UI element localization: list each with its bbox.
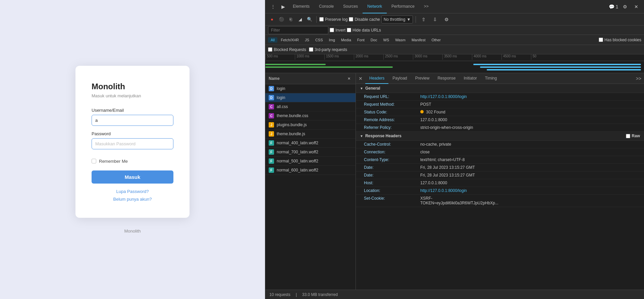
password-label: Password — [92, 131, 173, 136]
js-icon: J — [269, 131, 274, 137]
close-details-button[interactable]: ✕ — [359, 76, 363, 81]
filter-img[interactable]: Img — [326, 37, 338, 43]
file-row-theme-js[interactable]: J theme.bundle.js — [265, 130, 356, 139]
throttle-selector[interactable]: No throttling ▼ — [381, 15, 413, 23]
general-section-header[interactable]: ▼ General — [356, 84, 644, 93]
timeline-ruler: 500 ms 1000 ms 1500 ms 2000 ms 2500 ms 3… — [265, 54, 644, 61]
register-link[interactable]: Belum punya akun? — [113, 197, 152, 202]
content-type-key: Content-Type: — [364, 157, 418, 162]
file-row-font-700[interactable]: F normal_700_latin.woff2 — [265, 148, 356, 157]
font-icon: F — [269, 158, 274, 164]
chat-icon[interactable]: 💬 1 — [608, 2, 619, 12]
remember-checkbox[interactable] — [92, 159, 96, 163]
timeline-bar-3 — [473, 64, 641, 65]
tab-initiator[interactable]: Initiator — [460, 73, 481, 84]
cache-control-key: Cache-Control: — [364, 142, 418, 147]
tab-elements[interactable]: Elements — [288, 0, 314, 13]
file-row-font-600[interactable]: F normal_600_latin.woff2 — [265, 166, 356, 175]
tab-performance[interactable]: Performance — [387, 0, 419, 13]
filter-font[interactable]: Font — [355, 37, 367, 43]
tab-console[interactable]: Console — [314, 0, 338, 13]
request-url-val: http://127.0.0.1:8000/login — [420, 94, 467, 99]
filter-input[interactable] — [268, 26, 328, 34]
submit-button[interactable]: Masuk — [92, 170, 173, 184]
preserve-log-checkbox-label[interactable]: Preserve log — [319, 17, 347, 22]
hide-data-urls-checkbox-label[interactable]: Hide data URLs — [347, 28, 381, 33]
invert-checkbox[interactable] — [330, 28, 334, 32]
file-row-theme-css[interactable]: C theme.bundle.css — [265, 111, 356, 120]
export-icon[interactable]: ⇩ — [430, 14, 440, 24]
file-row-all-css[interactable]: C all.css — [265, 102, 356, 111]
tab-more[interactable]: >> — [419, 0, 433, 13]
filter-css[interactable]: CSS — [313, 37, 326, 43]
settings-icon[interactable]: ⚙ — [620, 2, 630, 12]
filter-all[interactable]: All — [268, 37, 277, 43]
file-name: normal_700_latin.woff2 — [277, 150, 318, 154]
file-row-font-400[interactable]: F normal_400_latin.woff2 — [265, 139, 356, 148]
transferred-size: 33.0 MB transferred — [302, 292, 338, 297]
login-page: Monolith Masuk untuk melanjutkan Usernam… — [0, 0, 265, 299]
blocked-requests-checkbox[interactable] — [268, 47, 272, 52]
file-row-login-1[interactable]: D login — [265, 84, 356, 93]
hide-data-urls-checkbox[interactable] — [347, 28, 351, 32]
tab-preview[interactable]: Preview — [411, 73, 434, 84]
disable-cache-checkbox-label[interactable]: Disable cache — [349, 17, 380, 22]
filter-manifest[interactable]: Manifest — [409, 37, 428, 43]
devtools-options-icon[interactable]: ⋮ — [268, 2, 278, 12]
location-key: Location: — [364, 188, 418, 193]
search-icon[interactable]: 🔍 — [306, 15, 314, 23]
filter-media[interactable]: Media — [338, 37, 354, 43]
tab-timing[interactable]: Timing — [481, 73, 501, 84]
tab-headers[interactable]: Headers — [365, 73, 388, 84]
disable-cache-label: Disable cache — [355, 17, 380, 22]
has-blocked-cookies-label[interactable]: Has blocked cookies — [599, 38, 641, 42]
tab-response[interactable]: Response — [433, 73, 460, 84]
blocked-requests-checkbox-label[interactable]: Blocked Requests — [268, 47, 306, 52]
stop-button[interactable]: ⚫ — [277, 15, 285, 23]
location-val: http://127.0.0.1:8000/login — [420, 188, 467, 193]
filter-other[interactable]: Other — [429, 37, 443, 43]
throttle-chevron-icon: ▼ — [407, 17, 411, 22]
tab-sources[interactable]: Sources — [338, 0, 363, 13]
forgot-password-link[interactable]: Lupa Password? — [116, 189, 149, 194]
raw-checkbox-label[interactable]: Raw — [626, 134, 640, 138]
devtools-inspect-icon[interactable]: ▶ — [278, 2, 288, 12]
css-icon: C — [269, 104, 274, 109]
response-headers-section-header[interactable]: ▼ Response Headers Raw — [356, 132, 644, 141]
preserve-log-checkbox[interactable] — [319, 17, 324, 21]
status-code-key: Status Code: — [364, 110, 418, 114]
file-row-font-500[interactable]: F normal_500_latin.woff2 — [265, 157, 356, 166]
record-button[interactable]: ● — [268, 15, 276, 23]
clear-button[interactable]: ⎗ — [287, 15, 295, 23]
import-icon[interactable]: ⇧ — [419, 14, 429, 24]
expand-tabs-icon[interactable]: >> — [636, 76, 641, 81]
timeline-bar-2 — [265, 66, 393, 68]
file-row-login-2[interactable]: D login — [265, 93, 356, 102]
close-details-icon[interactable]: ✕ — [345, 75, 352, 82]
username-input[interactable] — [92, 115, 173, 126]
filter-icon[interactable]: ◢ — [296, 15, 304, 23]
content-type-row: Content-Type: text/html; charset=UTF-8 — [356, 156, 644, 164]
disable-cache-checkbox[interactable] — [349, 17, 353, 21]
filter-js[interactable]: JS — [302, 37, 312, 43]
third-party-checkbox[interactable] — [309, 47, 313, 52]
tab-network[interactable]: Network — [363, 0, 387, 13]
network-timeline: 500 ms 1000 ms 1500 ms 2000 ms 2500 ms 3… — [265, 54, 644, 73]
filter-ws[interactable]: WS — [380, 37, 392, 43]
raw-checkbox[interactable] — [626, 134, 630, 138]
network-file-list: Name ✕ D login D login C all.css C theme… — [265, 73, 356, 290]
file-row-plugins-js[interactable]: J plugins.bundle.js — [265, 120, 356, 130]
preserve-log-label: Preserve log — [325, 17, 347, 22]
invert-label: Invert — [335, 28, 345, 33]
password-input[interactable] — [92, 138, 173, 149]
settings2-icon[interactable]: ⚙ — [441, 14, 451, 24]
filter-doc[interactable]: Doc — [368, 37, 380, 43]
tab-payload[interactable]: Payload — [388, 73, 411, 84]
font-icon: F — [269, 149, 274, 155]
third-party-checkbox-label[interactable]: 3rd-party requests — [309, 47, 347, 52]
filter-wasm[interactable]: Wasm — [392, 37, 408, 43]
close-icon[interactable]: ✕ — [631, 2, 641, 12]
invert-checkbox-label[interactable]: Invert — [330, 28, 345, 33]
has-blocked-cookies-checkbox[interactable] — [599, 38, 603, 42]
filter-fetch-xhr[interactable]: Fetch/XHR — [278, 37, 302, 43]
